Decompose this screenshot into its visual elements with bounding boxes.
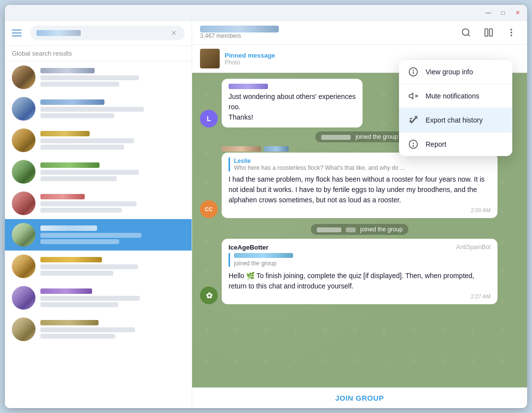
chat-name-bar xyxy=(40,194,85,199)
report-icon xyxy=(408,139,419,150)
title-bar: — □ ✕ xyxy=(5,5,527,21)
avatar: L xyxy=(200,110,218,127)
context-menu-mute[interactable]: Mute notifications xyxy=(399,84,512,108)
group-name xyxy=(200,26,452,32)
list-item[interactable] xyxy=(5,156,192,188)
chat-info xyxy=(40,68,185,87)
context-menu-view-group-info[interactable]: View group info xyxy=(399,60,512,84)
maximize-button[interactable]: □ xyxy=(499,9,506,16)
avatar xyxy=(12,160,35,184)
chat-info xyxy=(40,194,185,213)
close-button[interactable]: ✕ xyxy=(514,9,521,16)
search-bar[interactable]: ✕ xyxy=(31,26,185,40)
svg-point-3 xyxy=(510,29,512,31)
context-menu: View group info Mute notifications xyxy=(399,60,512,156)
chat-preview-bar xyxy=(40,75,139,80)
export-icon xyxy=(408,115,419,126)
avatar xyxy=(12,97,35,121)
main-content: ✕ Global search results xyxy=(5,21,527,408)
chat-info xyxy=(40,288,185,307)
context-menu-export[interactable]: Export chat history xyxy=(399,108,512,132)
chat-preview-bar xyxy=(40,201,136,206)
list-item[interactable] xyxy=(5,125,192,156)
sidebar: ✕ Global search results xyxy=(5,21,192,408)
svg-rect-1 xyxy=(485,29,488,36)
chat-preview-bar xyxy=(40,233,141,238)
avatar xyxy=(12,65,35,89)
message-bubble: Just wondering about others' experiences… xyxy=(222,79,363,127)
bot-sender-row: IceAgeBotter AntiSpamBot xyxy=(229,244,491,251)
chat-name-bar xyxy=(40,68,95,73)
system-message: joined the group xyxy=(311,224,409,235)
list-item[interactable] xyxy=(5,282,192,314)
chat-preview-bar xyxy=(40,145,124,150)
clear-search-button[interactable]: ✕ xyxy=(169,28,179,38)
chat-preview-bar xyxy=(40,82,119,87)
column-view-button[interactable] xyxy=(481,25,497,40)
chat-preview-bar xyxy=(40,327,135,332)
menu-button[interactable] xyxy=(12,26,26,40)
chat-name-bar xyxy=(40,320,99,325)
svg-point-16 xyxy=(413,146,414,147)
svg-point-0 xyxy=(463,29,469,35)
chat-list xyxy=(5,62,192,408)
search-results-label: Global search results xyxy=(5,46,192,62)
avatar xyxy=(12,223,35,247)
message-time: 2:27 AM xyxy=(229,293,491,299)
bot-message-bubble: IceAgeBotter AntiSpamBot joined the grou… xyxy=(222,239,498,304)
system-text: joined the group xyxy=(360,226,402,233)
chat-preview-bar xyxy=(40,271,113,276)
info-circle-icon xyxy=(408,66,419,77)
chat-area: 3,467 members xyxy=(192,21,527,408)
chat-name-bar xyxy=(40,99,104,105)
avatar xyxy=(12,254,35,278)
bot-source: AntiSpamBot xyxy=(456,244,491,251)
reply-sender: Leslie xyxy=(234,158,491,164)
list-item-active[interactable] xyxy=(5,219,192,251)
avatar xyxy=(12,191,35,215)
chat-info xyxy=(40,162,185,181)
chat-preview-bar xyxy=(40,138,134,143)
mute-icon xyxy=(408,91,419,101)
name-bar-2 xyxy=(264,146,289,152)
avatar xyxy=(12,286,35,310)
message-bubble: Leslie Who here has a roosterless flock?… xyxy=(222,153,498,218)
svg-point-5 xyxy=(510,34,512,36)
name-bar xyxy=(222,146,261,152)
chat-preview-bar xyxy=(40,296,140,301)
chat-preview-bar xyxy=(40,170,139,175)
pinned-info: Pinned message Photo xyxy=(225,52,275,66)
list-item[interactable] xyxy=(5,93,192,125)
list-item[interactable] xyxy=(5,251,192,282)
chat-info xyxy=(40,225,185,244)
reply-text: Who here has a roosterless flock? What's… xyxy=(234,164,491,171)
svg-rect-2 xyxy=(490,29,493,36)
join-group-button[interactable]: JOIN GROUP xyxy=(200,394,519,402)
message-row: ✿ IceAgeBotter AntiSpamBot joined the gr… xyxy=(200,239,519,304)
chat-header: 3,467 members xyxy=(192,21,527,45)
chat-info xyxy=(40,99,185,118)
message-text: Hello 🌿 To finish joining, complete the … xyxy=(229,271,491,291)
app-window: — □ ✕ ✕ Global search results xyxy=(5,5,527,408)
message-row: CC Leslie Who here has a roosterless flo… xyxy=(200,153,519,218)
pinned-thumbnail xyxy=(200,49,220,68)
list-item[interactable] xyxy=(5,314,192,345)
minimize-button[interactable]: — xyxy=(485,9,492,16)
svg-point-4 xyxy=(510,32,512,33)
bot-reply-text: joined the group xyxy=(234,260,491,267)
bot-reply-name-bar xyxy=(234,253,293,258)
hamburger-line xyxy=(12,32,22,33)
context-menu-report[interactable]: Report xyxy=(399,132,512,156)
avatar: CC xyxy=(200,200,218,218)
chat-info xyxy=(40,257,185,276)
chat-preview-bar xyxy=(40,208,122,213)
list-item[interactable] xyxy=(5,62,192,93)
search-button[interactable] xyxy=(458,25,474,40)
more-options-button[interactable] xyxy=(503,25,519,40)
list-item[interactable] xyxy=(5,188,192,219)
bot-reply-block: joined the group xyxy=(229,253,491,267)
sender-name-bar xyxy=(229,84,268,89)
chat-header-info: 3,467 members xyxy=(200,26,452,39)
members-count: 3,467 members xyxy=(200,32,452,39)
message-time: 2:00 AM xyxy=(229,207,491,213)
